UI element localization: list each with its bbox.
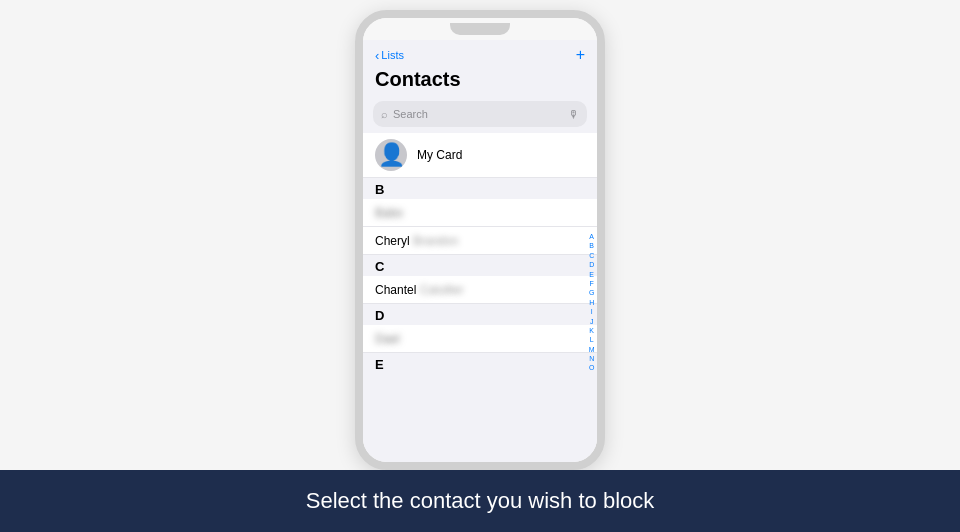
contact-name: Dael bbox=[375, 332, 400, 346]
search-bar[interactable]: ⌕ Search 🎙 bbox=[373, 101, 587, 127]
alpha-l[interactable]: L bbox=[588, 336, 595, 344]
nav-header: ‹ Lists + bbox=[363, 40, 597, 66]
phone-notch bbox=[450, 23, 510, 35]
alpha-o[interactable]: O bbox=[588, 364, 595, 372]
phone-container: ‹ Lists + Contacts ⌕ Search 🎙 bbox=[355, 10, 605, 470]
alpha-g[interactable]: G bbox=[588, 289, 595, 297]
contact-name: Babo bbox=[375, 206, 403, 220]
alpha-k[interactable]: K bbox=[588, 327, 595, 335]
alpha-d[interactable]: D bbox=[588, 261, 595, 269]
page-wrapper: ‹ Lists + Contacts ⌕ Search 🎙 bbox=[0, 0, 960, 532]
contacts-list: 👤 My Card B Babo Cheryl Brandon bbox=[363, 133, 597, 374]
alpha-a[interactable]: A bbox=[588, 233, 595, 241]
alpha-c[interactable]: C bbox=[588, 252, 595, 260]
alpha-j[interactable]: J bbox=[588, 318, 595, 326]
app-content: ‹ Lists + Contacts ⌕ Search 🎙 bbox=[363, 40, 597, 462]
back-chevron-icon: ‹ bbox=[375, 48, 379, 63]
contacts-title-section: Contacts bbox=[363, 66, 597, 97]
alpha-e[interactable]: E bbox=[588, 271, 595, 279]
alpha-n[interactable]: N bbox=[588, 355, 595, 363]
nav-back-button[interactable]: ‹ Lists bbox=[375, 48, 404, 63]
search-placeholder: Search bbox=[393, 108, 563, 120]
section-header-c: C bbox=[363, 255, 597, 276]
alpha-h[interactable]: H bbox=[588, 299, 595, 307]
alpha-f[interactable]: F bbox=[588, 280, 595, 288]
page-title: Contacts bbox=[375, 68, 585, 91]
my-card-label: My Card bbox=[417, 148, 462, 162]
section-header-d: D bbox=[363, 304, 597, 325]
instruction-text: Select the contact you wish to block bbox=[306, 488, 655, 514]
microphone-icon: 🎙 bbox=[568, 108, 579, 120]
person-icon: 👤 bbox=[378, 144, 405, 166]
alpha-i[interactable]: I bbox=[588, 308, 595, 316]
alpha-sidebar: A B C D E F G H I J K L M N O bbox=[588, 233, 595, 374]
phone-frame: ‹ Lists + Contacts ⌕ Search 🎙 bbox=[355, 10, 605, 470]
search-icon: ⌕ bbox=[381, 108, 388, 120]
list-item[interactable]: Cheryl Brandon bbox=[363, 227, 597, 255]
phone-top-bar bbox=[363, 18, 597, 40]
section-header-e: E bbox=[363, 353, 597, 374]
nav-add-button[interactable]: + bbox=[576, 46, 585, 64]
alpha-b[interactable]: B bbox=[588, 242, 595, 250]
instruction-banner: Select the contact you wish to block bbox=[0, 470, 960, 532]
contact-name: Cheryl Brandon bbox=[375, 234, 458, 248]
section-header-b: B bbox=[363, 178, 597, 199]
alpha-m[interactable]: M bbox=[588, 346, 595, 354]
avatar: 👤 bbox=[375, 139, 407, 171]
list-item[interactable]: Chantel Catullier bbox=[363, 276, 597, 304]
my-card-row[interactable]: 👤 My Card bbox=[363, 133, 597, 178]
nav-back-label: Lists bbox=[381, 49, 404, 61]
list-item[interactable]: Dael bbox=[363, 325, 597, 353]
list-item[interactable]: Babo bbox=[363, 199, 597, 227]
contact-name: Chantel Catullier bbox=[375, 283, 464, 297]
